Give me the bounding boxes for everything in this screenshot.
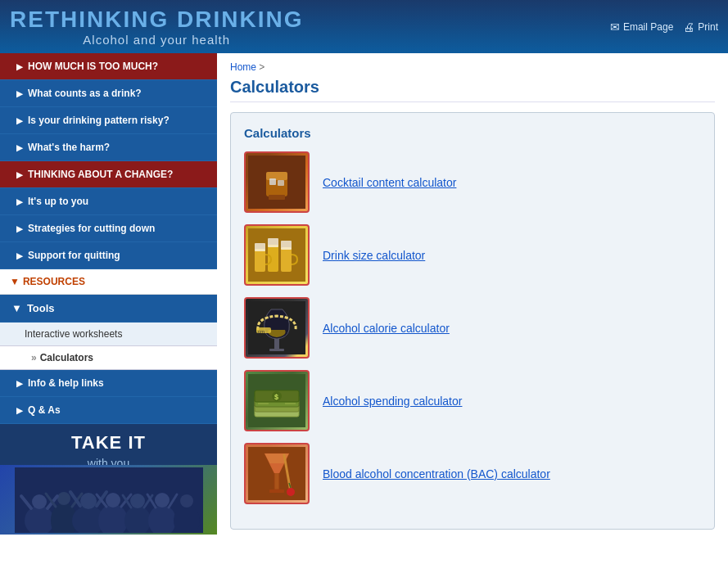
chevron-icon: ▶ (16, 224, 23, 233)
sidebar-item-qas[interactable]: ▶ Q & As (0, 397, 217, 424)
svg-point-26 (180, 494, 193, 508)
chevron-down-icon: ▼ (11, 302, 22, 314)
svg-rect-41 (274, 339, 279, 350)
svg-rect-39 (281, 241, 292, 250)
email-page-link[interactable]: ✉ Email Page (610, 20, 673, 34)
layout: ▶ HOW MUCH IS TOO MUCH? ▶ What counts as… (0, 53, 728, 577)
svg-rect-36 (268, 245, 278, 272)
calc-item-spending: $ Alcohol spending calculator (244, 370, 701, 431)
spending-calculator-link[interactable]: Alcohol spending calculator (323, 395, 462, 408)
sidebar-item-what-counts[interactable]: ▶ What counts as a drink? (0, 80, 217, 107)
sidebar-item-quitting[interactable]: ▶ Support for quitting (0, 242, 217, 269)
sidebar-label: What's the harm? (28, 142, 110, 153)
svg-point-22 (155, 493, 170, 508)
calorie-calculator-link[interactable]: Alcohol calorie calculator (323, 322, 450, 335)
sidebar-label: What counts as a drink? (28, 88, 142, 99)
header-actions: ✉ Email Page 🖨 Print (610, 20, 718, 34)
page-title: Calculators (230, 78, 715, 102)
sidebar-label: It's up to you (28, 196, 88, 207)
worksheets-label: Interactive worksheets (25, 328, 122, 340)
calc-thumb-cocktail (244, 151, 310, 213)
email-label: Email Page (623, 21, 673, 33)
sidebar-item-interactive-worksheets[interactable]: Interactive worksheets (0, 323, 217, 346)
calc-item-drink-size: Drink size calculator (244, 224, 701, 286)
print-link[interactable]: 🖨 Print (683, 20, 718, 34)
svg-rect-31 (269, 178, 276, 185)
sidebar-item-risky[interactable]: ▶ Is your drinking pattern risky? (0, 107, 217, 134)
sidebar-label: Is your drinking pattern risky? (28, 115, 170, 126)
site-header: RETHINKING DRINKING Alcohol and your hea… (0, 0, 728, 53)
print-icon: 🖨 (683, 20, 694, 34)
takeit-title: TAKE IT (0, 432, 217, 453)
chevron-icon: ▶ (16, 406, 23, 415)
sidebar-label: THINKING ABOUT A CHANGE? (28, 169, 173, 180)
svg-point-8 (106, 493, 120, 508)
logo-area: RETHINKING DRINKING Alcohol and your hea… (10, 7, 303, 47)
main-content: Home > Calculators Calculators (217, 53, 728, 577)
svg-rect-32 (278, 180, 284, 186)
sidebar-item-up-to-you[interactable]: ▶ It's up to you (0, 188, 217, 215)
calculators-box: Calculators Cocktail content calc (230, 112, 715, 530)
sidebar-item-calculators[interactable]: » Calculators (0, 346, 217, 370)
chevron-icon: ▶ (16, 170, 23, 179)
breadcrumb: Home > (230, 61, 715, 73)
calc-thumb-bac (244, 443, 310, 504)
sidebar-item-thinking[interactable]: ▶ THINKING ABOUT A CHANGE? (0, 161, 217, 188)
bac-calculator-link[interactable]: Blood alcohol concentration (BAC) calcul… (323, 467, 550, 480)
calc-thumb-spending: $ (244, 370, 310, 431)
chevron-icon: ▶ (16, 116, 23, 125)
svg-point-4 (57, 492, 70, 505)
calculators-box-title: Calculators (244, 126, 701, 140)
logo-drinking: DRINKING (177, 7, 303, 32)
svg-point-57 (287, 488, 295, 496)
chevron-icon: ▶ (16, 251, 23, 260)
svg-rect-29 (266, 172, 287, 180)
logo-rethinking: RETHINKING (10, 7, 169, 32)
svg-rect-34 (255, 249, 265, 272)
calc-item-bac: Blood alcohol concentration (BAC) calcul… (244, 443, 701, 504)
sidebar-item-harm[interactable]: ▶ What's the harm? (0, 134, 217, 161)
takeit-image (0, 465, 217, 535)
calculators-label: Calculators (40, 352, 93, 363)
print-label: Print (698, 21, 718, 33)
chevron-down-icon: ▼ (10, 276, 20, 287)
takeit-banner[interactable]: TAKE IT with you (0, 424, 217, 535)
sidebar-label: Support for quitting (28, 250, 120, 261)
svg-text:cm: cm (258, 329, 265, 334)
svg-point-18 (130, 494, 145, 508)
cocktail-calculator-link[interactable]: Cocktail content calculator (323, 176, 456, 189)
home-link[interactable]: Home (230, 61, 256, 73)
svg-rect-42 (269, 349, 284, 351)
svg-rect-38 (281, 247, 292, 272)
sidebar-item-how-much[interactable]: ▶ HOW MUCH IS TOO MUCH? (0, 53, 217, 80)
chevron-icon: ▶ (16, 62, 23, 71)
logo-subtitle: Alcohol and your health (10, 33, 303, 47)
resources-label: RESOURCES (23, 276, 85, 287)
double-arrow-icon: » (31, 352, 37, 363)
qas-label: Q & As (28, 404, 61, 416)
svg-rect-30 (269, 195, 285, 200)
svg-point-6 (80, 493, 97, 509)
email-icon: ✉ (610, 20, 620, 34)
sidebar-label: HOW MUCH IS TOO MUCH? (28, 61, 158, 72)
logo-title: RETHINKING DRINKING (10, 7, 303, 33)
sidebar: ▶ HOW MUCH IS TOO MUCH? ▶ What counts as… (0, 53, 217, 577)
chevron-icon: ▶ (16, 379, 23, 388)
sidebar-item-strategies[interactable]: ▶ Strategies for cutting down (0, 215, 217, 242)
chevron-icon: ▶ (16, 197, 23, 206)
calc-item-calorie: cm Alcohol calorie calculator (244, 297, 701, 359)
svg-text:$: $ (274, 393, 278, 401)
calc-item-cocktail: Cocktail content calculator (244, 151, 701, 213)
breadcrumb-separator: > (259, 61, 265, 73)
tools-label: Tools (27, 302, 55, 314)
calc-thumb-beer (244, 224, 310, 286)
sidebar-item-info-help[interactable]: ▶ Info & help links (0, 370, 217, 397)
svg-rect-55 (269, 490, 284, 493)
sidebar-label: Strategies for cutting down (28, 223, 155, 234)
resources-header: ▼ RESOURCES (0, 269, 217, 295)
drink-size-calculator-link[interactable]: Drink size calculator (323, 249, 425, 262)
chevron-icon: ▶ (16, 89, 23, 98)
chevron-icon: ▶ (16, 143, 23, 152)
sidebar-item-tools[interactable]: ▼ Tools (0, 295, 217, 323)
info-help-label: Info & help links (28, 377, 104, 389)
